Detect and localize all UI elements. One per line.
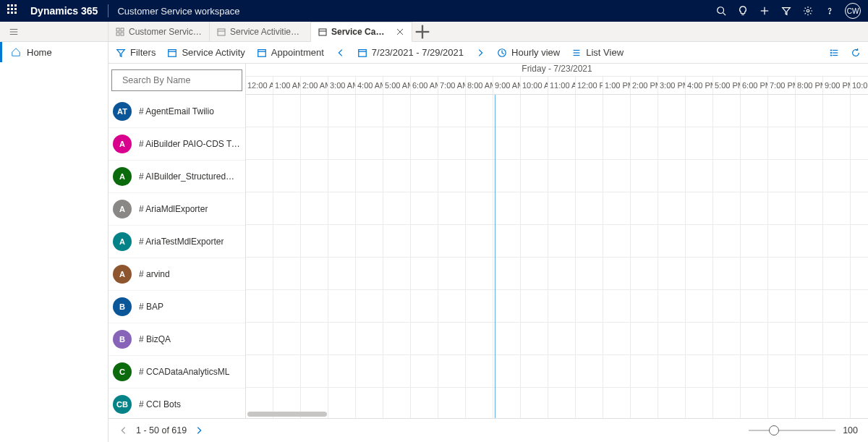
legend-button[interactable] [829,48,839,58]
resource-row[interactable]: A# AriaMdlExporter [109,193,245,226]
tab-service-calendar[interactable]: Service Calendar [311,22,412,42]
resource-row[interactable]: A# AiBuilder PAIO-CDS Tip NonPr [109,128,245,161]
hour-label: 8:00 PM [796,77,823,94]
home-label: Home [27,47,52,58]
hour-label: 4:00 AM [356,77,383,94]
resource-row[interactable]: CB# CCI Bots [109,388,245,418]
resource-label: # AriaTestMdlExporter [139,237,224,247]
prev-week-button[interactable] [336,48,346,58]
calendar-row[interactable] [246,192,868,225]
svg-point-5 [807,9,809,12]
list-view-button[interactable]: List View [571,47,624,58]
calendar-row[interactable] [246,355,868,388]
resource-label: # arvind [139,269,170,279]
search-input[interactable] [122,75,236,85]
search-icon[interactable] [710,0,732,22]
page-prev-icon[interactable] [119,425,129,435]
divider [108,4,109,17]
resource-row[interactable]: AT# AgentEmail Twilio [109,95,245,128]
hour-label: 3:00 AM [328,77,356,94]
service-activity-button[interactable]: Service Activity [167,47,244,58]
svg-rect-32 [830,49,833,51]
resource-avatar: A [113,265,132,284]
date-range-label: 7/23/2021 - 7/29/2021 [372,47,464,58]
sitemap-toggle[interactable] [0,22,108,42]
tab-label: Service Activities M... [230,27,303,37]
svg-rect-13 [121,33,124,35]
hour-label: 1:00 AM [273,77,301,94]
user-avatar[interactable]: CW [845,3,861,19]
plus-icon[interactable] [754,0,775,22]
grid-icon [116,27,124,36]
close-icon[interactable] [396,27,404,36]
calendar-row[interactable] [246,95,868,127]
hour-label: 2:00 PM [631,77,658,94]
hour-label: 9:00 PM [823,77,851,94]
resource-avatar: B [113,330,132,349]
resource-row[interactable]: B# BizQA [109,323,245,356]
next-week-button[interactable] [475,48,485,58]
hour-label: 8:00 AM [466,77,493,94]
new-tab-button[interactable] [412,22,433,41]
filters-button[interactable]: Filters [116,47,156,58]
brand-label: Dynamics 365 [30,5,98,17]
hour-label: 12:00 PM [576,77,603,94]
resource-avatar: CB [113,395,132,414]
app-launcher-icon[interactable] [7,4,20,17]
resource-row[interactable]: C# CCADataAnalyticsML [109,356,245,388]
calendar-icon [217,27,226,36]
sidebar-item-home[interactable]: Home [0,42,108,62]
hour-label: 11:00 AM [548,77,576,94]
resource-label: # AiBuilder PAIO-CDS Tip NonPr [139,139,241,149]
resource-row[interactable]: A# arvind [109,258,245,291]
resource-label: # CCI Bots [139,399,181,409]
resource-label: # AgentEmail Twilio [139,106,214,116]
settings-icon[interactable] [797,0,819,22]
hourly-view-button[interactable]: Hourly view [497,47,560,58]
calendar-row[interactable] [246,290,868,323]
resource-search[interactable] [111,69,242,91]
resource-avatar: AT [113,102,132,121]
resource-row[interactable]: B# BAP [109,291,245,323]
calendar-row[interactable] [246,258,868,290]
workspace-label: Customer Service workspace [117,6,239,17]
calendar-row[interactable] [246,225,868,258]
calendar-row[interactable] [246,127,868,160]
resource-label: # BAP [139,302,163,312]
tab-service-activities[interactable]: Service Activities M... [210,22,311,41]
paging-label: 1 - 50 of 619 [136,425,187,435]
filters-label: Filters [130,47,156,58]
resource-avatar: C [113,362,132,381]
resource-avatar: A [113,135,132,153]
resource-row[interactable]: A# AriaTestMdlExporter [109,226,245,258]
resource-label: # AIBuilder_StructuredML_PrePr [139,171,241,182]
refresh-button[interactable] [851,48,861,58]
zoom-slider[interactable] [749,430,835,431]
filter-icon[interactable] [775,0,797,22]
lightbulb-icon[interactable] [732,0,754,22]
hour-label: 7:00 PM [768,77,796,94]
label: Service Activity [182,47,244,58]
help-icon[interactable] [819,0,841,22]
label: Hourly view [511,47,560,58]
svg-rect-14 [218,29,225,35]
horizontal-scrollbar[interactable] [246,412,868,417]
resource-label: # AriaMdlExporter [139,204,208,214]
tab-label: Service Calendar [331,27,386,37]
svg-rect-24 [258,49,266,56]
resource-avatar: A [113,167,132,186]
svg-rect-22 [169,49,176,56]
hour-label: 5:00 PM [713,77,741,94]
hour-label: 6:00 AM [411,77,438,94]
svg-rect-12 [116,33,119,35]
calendar-row[interactable] [246,160,868,192]
hour-label: 1:00 PM [603,77,631,94]
tab-customer-service[interactable]: Customer Service A... [109,22,210,41]
calendar-row[interactable] [246,323,868,355]
resource-row[interactable]: A# AIBuilder_StructuredML_PrePr [109,161,245,193]
date-range-picker[interactable]: 7/23/2021 - 7/29/2021 [357,47,464,58]
resource-label: # BizQA [139,334,171,344]
svg-rect-36 [830,54,833,56]
page-next-icon[interactable] [194,425,204,435]
appointment-button[interactable]: Appointment [257,47,324,58]
